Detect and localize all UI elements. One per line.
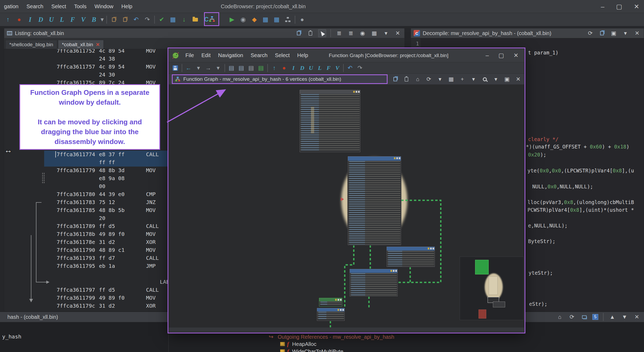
close-panel-icon[interactable]: ✕ — [514, 75, 522, 83]
graph-vertex-4[interactable] — [350, 269, 398, 296]
graph-vertex-5[interactable] — [319, 298, 342, 307]
fg-menu-search[interactable]: Search — [247, 52, 271, 58]
windows-stack-icon[interactable] — [580, 313, 588, 321]
import-icon[interactable]: ↓ — [179, 15, 189, 25]
field-format-icon[interactable]: ▦ — [370, 29, 378, 37]
decompiled-code-fragment[interactable]: ByteStr); — [528, 238, 555, 244]
vertex-titlebar[interactable] — [350, 269, 397, 273]
graph-canvas[interactable] — [169, 85, 524, 328]
nav-up-icon[interactable]: ↑ — [270, 63, 278, 73]
close-panel-icon[interactable]: ✕ — [633, 313, 641, 321]
decompiled-code-fragment[interactable]: PCWSTR)plVar4[0x8],(uint)*(ushort * — [527, 207, 634, 213]
clear-bookmarks-icon[interactable]: ● — [14, 15, 24, 25]
fg-menu-edit[interactable]: Edit — [198, 52, 214, 58]
nav-back-icon[interactable]: ← — [185, 63, 193, 73]
tab-cobalt-xll[interactable]: *cobalt_xll.bin ✕ — [58, 40, 104, 49]
chevron-down-icon[interactable]: ▾ — [470, 75, 477, 83]
vertex-titlebar[interactable] — [319, 298, 342, 301]
nav-up-icon[interactable]: ↑ — [3, 15, 13, 25]
close-button[interactable]: ✕ — [634, 3, 639, 10]
letter-U-icon[interactable]: U — [47, 15, 56, 25]
copy-icon[interactable] — [391, 75, 399, 83]
chevron-down-icon[interactable]: ▾ — [492, 75, 500, 83]
close-panel-icon[interactable]: ✕ — [394, 29, 402, 37]
listing-panel-header[interactable]: Listing: cobalt_xll.bin ≣ ≣ ◉ ▦ ▾ ✕ — [4, 28, 405, 38]
reference-row[interactable]: fHeapAlloc — [280, 340, 343, 348]
snapshot-icon[interactable]: ◉ — [359, 29, 367, 37]
letter-F-icon[interactable]: F — [68, 15, 77, 25]
decompiled-code-fragment[interactable]: eStr); — [529, 301, 547, 307]
fg-menu-select[interactable]: Select — [272, 52, 293, 58]
diamond-icon[interactable]: ◆ — [250, 15, 259, 25]
decompiled-code-fragment[interactable]: clearly */ — [528, 136, 558, 142]
copy-block-icon[interactable]: ▤ — [227, 63, 235, 73]
function-graph-window[interactable]: File Edit Navigation Search Select Help … — [168, 48, 525, 333]
decompiled-code-fragment[interactable]: yte(0x0,0x0,(LPCWSTR)plVar4[0x8],(u — [527, 168, 634, 173]
home-icon[interactable]: ⌂ — [556, 313, 564, 321]
collapse-all-icon[interactable]: ▼ — [621, 313, 629, 321]
drag-handle[interactable] — [42, 172, 45, 184]
run-script-icon[interactable]: ▶ — [227, 15, 237, 25]
chevron-down-icon[interactable]: ▾ — [382, 29, 390, 37]
validate-icon[interactable]: ✔ — [157, 15, 167, 25]
decompile-panel-header[interactable]: C Decompile: mw_resolve_api_by_hash - (c… — [411, 28, 644, 38]
fg-menu-help[interactable]: Help — [294, 52, 311, 58]
magnifier-icon[interactable] — [481, 75, 489, 83]
copy-special-icon[interactable] — [109, 15, 119, 25]
letter-B-icon[interactable]: B — [89, 15, 98, 25]
menu-navigation[interactable]: gation — [0, 3, 23, 10]
decompiled-code-fragment[interactable]: lloc(pvVar3,0x8,(ulonglong)cbMultiB — [527, 199, 634, 205]
menu-search[interactable]: Search — [23, 3, 47, 10]
redo-icon[interactable]: ↷ — [143, 15, 152, 25]
letter-V-icon[interactable]: V — [79, 15, 88, 25]
tab-close-icon[interactable]: ✕ — [96, 42, 100, 48]
paste-block-icon[interactable]: ▤ — [237, 63, 245, 73]
memory-map-icon[interactable]: ▦ — [168, 15, 178, 25]
copy-icon[interactable] — [295, 29, 303, 37]
letter-U-icon[interactable]: U — [308, 63, 314, 73]
call-tree-item[interactable]: y_hash — [2, 333, 21, 340]
chevron-down-icon[interactable]: ▾ — [621, 29, 629, 37]
vertex-titlebar[interactable] — [317, 308, 344, 311]
data-type-manager-icon[interactable]: ▦ — [261, 15, 270, 25]
fg-menu-file[interactable]: File — [182, 52, 197, 58]
copy-icon[interactable] — [598, 29, 606, 37]
menu-tools[interactable]: Tools — [70, 3, 90, 10]
save-button[interactable] — [171, 63, 179, 73]
hierarchy-icon[interactable] — [283, 15, 293, 25]
fg-minimize-button[interactable]: – — [486, 52, 489, 59]
graph-vertex-focused[interactable] — [348, 156, 401, 245]
fg-provider-header[interactable]: Function Graph - mw_resolve_api_by_hash … — [169, 74, 524, 85]
vertex-titlebar[interactable] — [387, 247, 435, 251]
refresh-icon[interactable]: ⟳ — [568, 313, 576, 321]
fg-menu-navigation[interactable]: Navigation — [215, 52, 247, 58]
satellite-view[interactable] — [460, 257, 524, 320]
menu-help[interactable]: Help — [117, 3, 136, 10]
paste-special-icon[interactable] — [120, 15, 130, 25]
tab-shellcode-blog[interactable]: *shellcode_blog.bin — [5, 40, 57, 49]
graph-vertex-6[interactable] — [317, 308, 345, 321]
table-edit-icon[interactable]: ▦ — [272, 15, 281, 25]
memory-icon[interactable]: ● — [297, 15, 307, 25]
graph-vertex-entry[interactable] — [300, 90, 360, 152]
letter-I-icon[interactable]: I — [290, 63, 297, 73]
layout-icon[interactable]: ▦ — [447, 75, 455, 83]
refresh-icon[interactable]: ⟳ — [586, 29, 594, 37]
letter-L-icon[interactable]: L — [57, 15, 67, 25]
undo-icon[interactable]: ↶ — [346, 63, 354, 73]
cursor-tool-icon[interactable] — [318, 29, 326, 37]
decompiled-code-fragment[interactable]: t param_1) — [528, 50, 558, 56]
decompiled-code-fragment[interactable]: NULL,0x0,NULL,NULL); — [532, 184, 593, 189]
close-panel-icon[interactable]: ✕ — [633, 29, 641, 37]
chevron-down-icon[interactable]: ▾ — [214, 63, 222, 73]
chevron-down-icon[interactable]: ▾ — [194, 63, 202, 73]
vertex-titlebar[interactable] — [348, 156, 401, 161]
fg-close-button[interactable]: ✕ — [514, 52, 518, 59]
reference-row[interactable]: fWideCharToMultiByte — [280, 348, 343, 352]
menu-window[interactable]: Window — [90, 3, 117, 10]
detach-icon[interactable]: ▣ — [610, 29, 618, 37]
open-page-icon[interactable]: ▤ — [257, 63, 265, 73]
letter-L-icon[interactable]: L — [316, 63, 323, 73]
nav-forward-icon[interactable]: → — [204, 63, 212, 73]
clear-bookmarks-icon[interactable]: ● — [280, 63, 288, 73]
